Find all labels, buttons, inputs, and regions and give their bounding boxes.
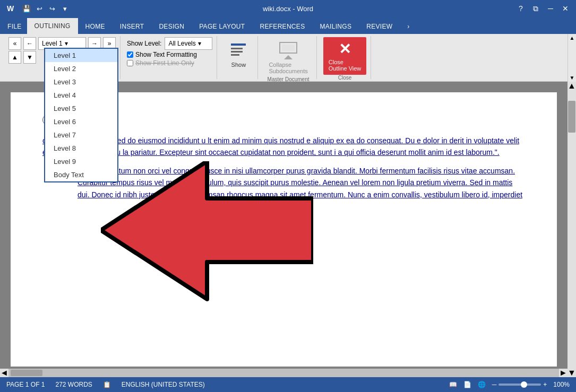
view-web-icon[interactable]: 🌐 [478, 381, 486, 388]
tab-insert[interactable]: INSERT [113, 19, 152, 34]
zoom-track[interactable] [498, 384, 541, 386]
view-read-icon[interactable]: 📖 [449, 381, 457, 388]
vertical-scrollbar[interactable]: ▲ ▼ [568, 82, 576, 377]
body-text-option[interactable]: Body Text [45, 168, 117, 181]
close-outline-icon: ✕ [339, 40, 351, 58]
collapse-subdocuments-button[interactable]: CollapseSubdocuments [264, 37, 312, 76]
show-group: Show Level: All Levels ▾ Show Text Forma… [123, 36, 217, 79]
show-text-formatting-row: Show Text Formatting [127, 51, 197, 58]
promote-button[interactable]: ← [23, 37, 36, 50]
zoom-minus[interactable]: ─ [492, 381, 497, 388]
view-print-icon[interactable]: 📄 [463, 381, 471, 388]
close-outline-label: CloseOutline View [329, 59, 362, 72]
show-button-group: Show [219, 36, 258, 79]
svg-marker-8 [284, 55, 293, 59]
undo-button[interactable]: ↩ [34, 3, 45, 14]
close-outline-view-button[interactable]: ✕ CloseOutline View [323, 37, 367, 75]
ribbon-scroll-up[interactable]: ▲ [570, 35, 575, 41]
level-9-option[interactable]: Level 9 [45, 155, 117, 168]
level-6-option[interactable]: Level 6 [45, 115, 117, 128]
show-level-arrow: ▾ [198, 40, 201, 47]
tab-file[interactable]: FILE [2, 19, 27, 34]
show-level-row: Show Level: All Levels ▾ [127, 37, 212, 50]
tab-design[interactable]: DESIGN [151, 19, 192, 34]
outline-level-arrow: ▾ [65, 40, 68, 47]
status-bar-right: 📖 📄 🌐 ─ + 100% [449, 381, 570, 388]
zoom-level: 100% [553, 381, 570, 388]
collapse-label: CollapseSubdocuments [269, 62, 307, 74]
show-button[interactable]: Show [223, 37, 253, 70]
show-icon [228, 39, 249, 60]
word-icon: W [4, 2, 17, 15]
outline-level-label: Level 1 [42, 40, 63, 47]
scroll-up-button[interactable]: ▲ [568, 82, 576, 90]
tab-more[interactable]: › [400, 19, 417, 34]
scroll-right-button[interactable]: ► [559, 369, 568, 377]
help-button[interactable]: ? [514, 2, 527, 15]
svg-rect-4 [231, 51, 243, 53]
svg-rect-7 [282, 45, 295, 51]
close-button[interactable]: ✕ [559, 2, 572, 15]
tab-mailings[interactable]: MAILINGS [312, 19, 359, 34]
scroll-left-button[interactable]: ◄ [0, 369, 8, 377]
zoom-slider: ─ + [492, 381, 547, 388]
page-info: PAGE 1 OF 1 [6, 381, 45, 388]
collapse-group: CollapseSubdocuments Master Document [260, 36, 316, 79]
zoom-thumb[interactable] [521, 381, 527, 388]
level-3-option[interactable]: Level 3 [45, 75, 117, 89]
move-row: ▲ ▼ [8, 51, 36, 64]
collapse-icon [278, 39, 299, 60]
title-bar: W 💾 ↩ ↪ ▾ wiki.docx - Word ? ⧉ ─ ✕ [0, 0, 576, 17]
ribbon: « ← Level 1 ▾ → » ▲ ▼ Outline Tools Show… [0, 34, 576, 82]
close-group-label: Close [323, 75, 367, 81]
title-bar-controls: ? ⧉ ─ ✕ [514, 2, 572, 15]
proofing-icon: 📋 [103, 381, 111, 388]
horizontal-scrollbar[interactable] [8, 369, 559, 377]
show-label: Show [231, 62, 246, 68]
svg-text:W: W [7, 4, 14, 13]
move-up-button[interactable]: ▲ [8, 51, 21, 64]
restore-button[interactable]: ⧉ [529, 2, 542, 15]
level-7-option[interactable]: Level 7 [45, 128, 117, 142]
show-first-line-checkbox[interactable] [127, 60, 133, 66]
show-text-formatting-checkbox[interactable] [127, 51, 133, 58]
promote-to-heading-button[interactable]: « [8, 37, 21, 50]
outline-level-dropdown-menu: Level 1 Level 2 Level 3 Level 4 Level 5 … [44, 48, 118, 182]
minimize-button[interactable]: ─ [544, 2, 557, 15]
scrollbar-thumb[interactable] [568, 101, 575, 133]
show-level-label: Show Level: [127, 40, 161, 47]
show-first-line-label: Show First Line Only [135, 59, 194, 67]
show-first-line-row: Show First Line Only [127, 59, 194, 67]
level-5-option[interactable]: Level 5 [45, 102, 117, 115]
indent-outline-row: ⊕ Duis elementum non orci vel congue. Fu… [64, 165, 525, 201]
close-group: ✕ CloseOutline View Close [319, 36, 372, 79]
ribbon-scroll-down[interactable]: ▼ [570, 75, 575, 81]
svg-rect-3 [231, 48, 243, 49]
svg-rect-2 [231, 43, 246, 46]
tab-page-layout[interactable]: PAGE LAYOUT [192, 19, 252, 34]
show-level-dropdown[interactable]: All Levels ▾ [165, 37, 212, 50]
indented-paragraph: ⊕ Duis elementum non orci vel congue. Fu… [64, 165, 525, 201]
redo-button[interactable]: ↪ [47, 3, 57, 14]
tab-outlining[interactable]: OUTLINING [27, 18, 78, 34]
zoom-plus[interactable]: + [543, 381, 547, 388]
show-level-value: All Levels [168, 40, 195, 47]
qat-dropdown-button[interactable]: ▾ [59, 3, 70, 14]
tab-references[interactable]: REFERENCES [252, 19, 312, 34]
status-bar: PAGE 1 OF 1 272 WORDS 📋 ENGLISH (UNITED … [0, 377, 576, 392]
paragraph-2: Duis elementum non orci vel congue. Fusc… [78, 165, 525, 201]
show-text-formatting-label: Show Text Formatting [135, 51, 197, 58]
tab-review[interactable]: REVIEW [359, 19, 400, 34]
level-2-option[interactable]: Level 2 [45, 62, 117, 75]
save-button[interactable]: 💾 [21, 3, 32, 14]
scroll-down-button[interactable]: ▼ [568, 369, 576, 377]
move-down-button[interactable]: ▼ [23, 51, 36, 64]
word-count: 272 WORDS [55, 381, 92, 388]
title-bar-left: W 💾 ↩ ↪ ▾ [4, 2, 70, 15]
tab-home[interactable]: HOME [78, 19, 113, 34]
level-4-option[interactable]: Level 4 [45, 89, 117, 102]
level-1-option[interactable]: Level 1 [45, 49, 117, 62]
language: ENGLISH (UNITED STATES) [122, 381, 205, 388]
level-8-option[interactable]: Level 8 [45, 142, 117, 155]
ribbon-tabs: FILE OUTLINING HOME INSERT DESIGN PAGE L… [0, 17, 576, 34]
